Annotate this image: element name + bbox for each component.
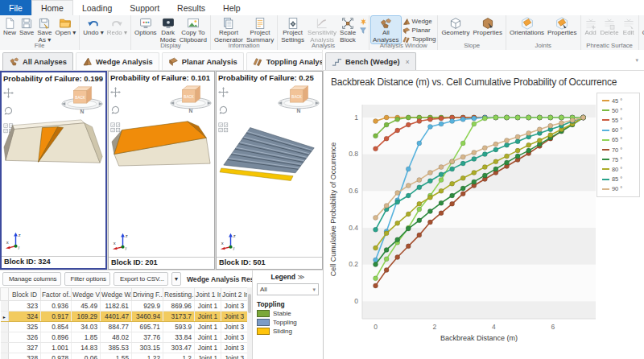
table-row[interactable]: ▸3240.917169.294401.473460.943173.7Joint… xyxy=(1,312,248,322)
table-cell: 303.15 xyxy=(132,343,163,353)
column-header[interactable]: Wedge V... xyxy=(72,288,101,301)
ribbon-button-slope-geometry[interactable]: Geometry xyxy=(440,16,471,37)
table-cell: 593.9 xyxy=(163,322,195,332)
table-cell: 325 xyxy=(9,322,41,332)
joint-properties-icon xyxy=(555,16,568,30)
export-csv-dropdown[interactable]: ▾ xyxy=(171,272,181,286)
svg-text:z: z xyxy=(19,233,21,237)
column-header[interactable]: Joint 2 Info xyxy=(221,288,248,301)
pan-icon[interactable] xyxy=(3,87,14,101)
model-3d-toppling[interactable] xyxy=(219,117,320,198)
ribbon-button-save-as[interactable]: Save As ▾ xyxy=(35,16,53,43)
close-tab-button[interactable]: × xyxy=(406,58,410,66)
tab-wedge-analysis[interactable]: Wedge Analysis xyxy=(76,52,159,70)
ribbon-button-wedge[interactable]: Wedge xyxy=(402,17,436,26)
ribbon-button-block-filter[interactable] xyxy=(359,26,367,35)
scrollbar-thumb[interactable] xyxy=(248,294,251,313)
ribbon-group-label: Stereonet xyxy=(639,42,644,50)
column-header[interactable]: Joint 1 Info xyxy=(195,288,221,301)
filter-options-button[interactable]: Filter options xyxy=(64,272,110,286)
ribbon-button-joint-properties[interactable]: Properties xyxy=(546,16,578,37)
orientation-cube-widget[interactable]: BACKN xyxy=(60,84,104,118)
table-row[interactable]: 3271.00114.83385.53303.15303.47Joint 1Jo… xyxy=(1,343,248,353)
model-3d-planar[interactable] xyxy=(111,117,213,198)
ribbon-button-save[interactable]: Save xyxy=(18,16,35,37)
table-row[interactable]: 3250.85434.03884.77695.71593.9Joint 1Joi… xyxy=(1,322,248,332)
ribbon-button-project-summary[interactable]: Project Summary xyxy=(245,16,275,43)
ribbon-button-joint-orientations[interactable]: Orientations xyxy=(508,16,546,37)
application-window: FileHomeLoadingSupportResultsHelp NewSav… xyxy=(0,0,644,359)
chart-title: Backbreak Distance (m) vs. Cell Cumulati… xyxy=(331,76,642,88)
table-cell: Joint 1 xyxy=(195,332,221,343)
svg-text:2: 2 xyxy=(433,323,437,331)
viewport-planar[interactable]: Probability of Failure: 0.101BACKNxzyBlo… xyxy=(108,71,215,270)
ribbon-button-stereonet-open[interactable]: Open xyxy=(641,16,644,37)
tab-bench-wedge[interactable]: Bench (Wedge)× xyxy=(325,52,416,70)
ribbon-button-slope-properties[interactable]: Properties xyxy=(472,16,504,37)
chevron-down-icon: ▾ xyxy=(312,287,316,293)
svg-text:1: 1 xyxy=(354,113,358,122)
ribbon-button-dark-mode[interactable]: Dark Mode xyxy=(159,16,178,43)
ribbon-button-phreatic-edit[interactable]: Edit xyxy=(621,16,637,37)
ribbon-button-options[interactable]: Options xyxy=(133,16,159,37)
column-header[interactable]: Resisting... xyxy=(163,288,195,301)
tab-label: Toppling Analysis xyxy=(266,58,330,66)
ribbon-button-scale-block[interactable]: Scale Block xyxy=(338,16,357,43)
manage-columns-button[interactable]: Manage columns xyxy=(2,272,61,286)
menu-tab-loading[interactable]: Loading xyxy=(73,0,121,15)
table-toolbar: Manage columns Filter options Export to … xyxy=(2,272,252,286)
ribbon-button-report-generator[interactable]: Report Generator xyxy=(213,16,245,43)
pan-icon[interactable] xyxy=(110,86,121,101)
ribbon-button-new[interactable]: New xyxy=(2,16,18,37)
ribbon-button-sensitivity-analysis[interactable]: Sensitivity Analysis xyxy=(306,16,338,43)
svg-text:y: y xyxy=(18,246,20,250)
ribbon-button-project-settings[interactable]: Project Settings xyxy=(279,16,306,43)
tab-all-analyses[interactable]: All Analyses xyxy=(2,52,73,70)
tab-planar-analysis[interactable]: Planar Analysis xyxy=(162,52,244,70)
table-cell: Joint 3 xyxy=(221,343,248,353)
ribbon-button-highlight-blocks[interactable] xyxy=(359,17,367,26)
ribbon-button-redo[interactable]: Redo ▾ xyxy=(105,16,129,37)
viewport-wedge[interactable]: Probability of Failure: 0.199BACKNxzyBlo… xyxy=(0,71,107,270)
table-cell: 1.001 xyxy=(41,343,72,353)
menu-tab-file[interactable]: File xyxy=(0,0,31,15)
menu-tab-help[interactable]: Help xyxy=(214,0,250,15)
ribbon-group-label: File xyxy=(0,42,79,50)
ribbon-button-all-analyses[interactable]: All Analyses xyxy=(371,16,400,43)
ribbon-button-open[interactable]: Open ▾ xyxy=(53,16,77,37)
table-row[interactable]: 3280.9780.061.551.221.2Joint 1Joint 3 xyxy=(1,353,248,359)
ribbon-button-label: New xyxy=(3,30,16,37)
column-header[interactable]: Driving F... xyxy=(132,288,163,301)
column-header[interactable]: Factor of... xyxy=(41,288,72,301)
menu-tab-results[interactable]: Results xyxy=(168,0,214,15)
table-cell: 326 xyxy=(9,332,41,343)
tab-list-chevron-icon[interactable]: ▾ xyxy=(635,57,638,64)
report-generator-icon xyxy=(222,16,235,30)
ribbon-button-copy-to-clipboard[interactable]: Copy To Clipboard xyxy=(178,16,208,43)
ribbon-button-undo[interactable]: Undo ▾ xyxy=(81,16,105,37)
pan-icon[interactable] xyxy=(218,86,229,101)
ribbon-button-phreatic-add[interactable]: Add xyxy=(583,16,599,37)
table-row[interactable]: 3230.93645.491182.61929.9869.96Joint 1Jo… xyxy=(1,301,248,312)
menu-tab-home[interactable]: Home xyxy=(31,0,73,15)
column-header[interactable]: Block ID xyxy=(9,288,41,301)
phreatic-edit-icon xyxy=(622,16,635,30)
table-row[interactable]: 3260.8961.8548.0237.7633.84Joint 1Joint … xyxy=(1,332,248,343)
legend-panel-title[interactable]: Legend ≫ xyxy=(257,273,319,281)
export-csv-button[interactable]: Export to CSV... xyxy=(114,272,168,286)
table-cell: Joint 3 xyxy=(221,332,248,343)
menu-tab-support[interactable]: Support xyxy=(121,0,168,15)
legend-filter-select[interactable]: All ▾ xyxy=(257,283,319,295)
sensitivity-icon xyxy=(316,16,328,30)
ribbon-button-planar[interactable]: Planar xyxy=(402,26,436,35)
orientation-cube-widget[interactable]: BACKN xyxy=(169,83,213,118)
column-header[interactable]: Wedge W... xyxy=(101,288,132,301)
orientation-cube-widget[interactable]: BACKN xyxy=(277,83,320,118)
model-3d-wedge[interactable] xyxy=(3,118,105,199)
new-document-icon xyxy=(3,16,16,30)
legend-panel: Legend ≫ All ▾ Toppling StableTopplingSl… xyxy=(252,270,323,359)
viewport-toppling[interactable]: Probability of Failure: 0.25BACKNxzyBloc… xyxy=(216,71,323,270)
table-cell: 929.9 xyxy=(132,301,163,312)
ribbon-button-phreatic-delete[interactable]: Delete xyxy=(599,16,621,37)
column-header[interactable] xyxy=(1,288,9,301)
